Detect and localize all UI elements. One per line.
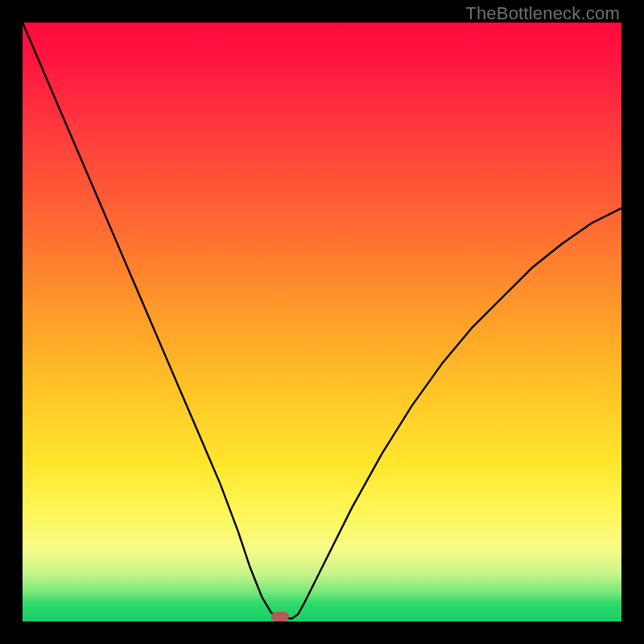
chart-frame: TheBottleneck.com xyxy=(0,0,644,644)
watermark-text: TheBottleneck.com xyxy=(465,3,620,24)
optimum-marker xyxy=(271,612,289,621)
plot-area xyxy=(23,23,621,621)
bottleneck-curve xyxy=(23,23,621,621)
